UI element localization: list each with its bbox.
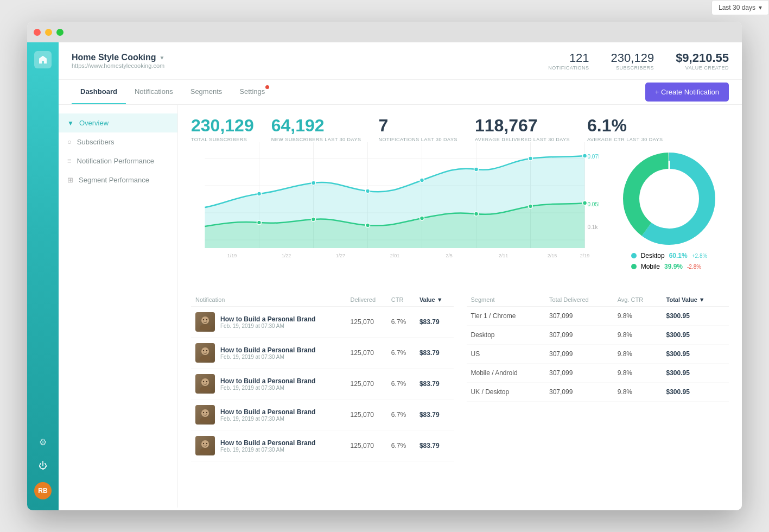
- svg-point-13: [312, 181, 316, 185]
- subscribers-value: 230,129: [611, 51, 654, 65]
- notif-value-2: $83.79: [415, 369, 454, 400]
- notif-value-1: $83.79: [415, 338, 454, 369]
- col-total-value[interactable]: Total Value ▼: [662, 293, 729, 307]
- col-total-delivered: Total Delivered: [545, 293, 613, 307]
- svg-text:0.07k: 0.07k: [588, 154, 599, 160]
- minimize-button[interactable]: [45, 29, 52, 36]
- metric-notifications: 7 NOTIFICATIONS LAST 30 DAYS: [378, 116, 457, 142]
- tab-segments[interactable]: Segments: [182, 80, 231, 104]
- svg-text:1/22: 1/22: [282, 253, 291, 258]
- notif-title-2: How to Build a Personal Brand: [220, 377, 315, 385]
- mobile-legend-dot: [631, 264, 637, 269]
- notif-ctr-1: 6.7%: [387, 338, 415, 369]
- metric-new-subscribers: 64,192 NEW SUBSCRIBERS LAST 30 DAYS: [271, 116, 361, 142]
- nav-subscribers[interactable]: ○ Subscribers: [59, 132, 177, 151]
- seg-name-4: UK / Desktop: [467, 383, 545, 402]
- seg-delivered-2: 307,099: [545, 345, 613, 364]
- svg-point-21: [366, 223, 370, 227]
- maximize-button[interactable]: [56, 29, 63, 36]
- svg-point-24: [529, 204, 533, 208]
- segment-row: Desktop 307,099 9.8% $300.95: [467, 326, 729, 345]
- brand-name[interactable]: Home Style Cooking ▼: [72, 53, 164, 62]
- brand-info: Home Style Cooking ▼ https://www.homesty…: [72, 53, 164, 69]
- value-created-label: VALUE CREATED: [676, 65, 729, 71]
- seg-ctr-3: 9.8%: [613, 364, 662, 383]
- notif-date-1: Feb. 19, 2019 at 07:30 AM: [220, 354, 315, 360]
- svg-text:2/01: 2/01: [390, 253, 400, 258]
- subscribers-label: SUBSCRIBERS: [611, 65, 654, 71]
- notif-thumb-3: [195, 405, 215, 425]
- seg-name-1: Desktop: [467, 326, 545, 345]
- svg-point-23: [474, 212, 479, 216]
- tab-notifications[interactable]: Notifications: [126, 80, 182, 104]
- notif-delivered-1: 125,070: [346, 338, 387, 369]
- mobile-legend: Mobile 39.9% -2.8%: [631, 263, 708, 270]
- seg-delivered-1: 307,099: [545, 326, 613, 345]
- notif-date-0: Feb. 19, 2019 at 07:30 AM: [220, 323, 315, 329]
- notif-ctr-3: 6.7%: [387, 400, 415, 430]
- notifications-count-value: 7: [378, 116, 457, 136]
- new-subscribers-value: 64,192: [271, 116, 361, 136]
- mobile-legend-label: Mobile: [641, 263, 660, 270]
- nav-segment-performance[interactable]: ⊞ Segment Performance: [59, 170, 177, 189]
- svg-point-17: [529, 156, 533, 161]
- notification-row: How to Build a Personal Brand Feb. 19, 2…: [191, 307, 454, 338]
- svg-point-48: [203, 350, 204, 351]
- stat-value-created: $9,210.55 VALUE CREATED: [676, 51, 729, 71]
- app-logo[interactable]: [34, 51, 52, 68]
- notification-row: How to Build a Personal Brand Feb. 19, 2…: [191, 430, 454, 461]
- svg-text:0.1k: 0.1k: [588, 224, 599, 230]
- seg-value-0: $300.95: [662, 307, 729, 326]
- svg-point-18: [583, 154, 587, 158]
- nav-notification-performance[interactable]: ≡ Notification Performance: [59, 151, 177, 170]
- donut-svg: [620, 150, 718, 248]
- segments-table: Segment Total Delivered Avg. CTR Total V…: [467, 293, 729, 461]
- notif-delivered-3: 125,070: [346, 400, 387, 430]
- seg-value-3: $300.95: [662, 364, 729, 383]
- brand-name-text: Home Style Cooking: [72, 53, 156, 62]
- notification-row: How to Build a Personal Brand Feb. 19, 2…: [191, 400, 454, 430]
- nav-overview[interactable]: ▼ Overview: [59, 113, 177, 132]
- sidebar: ⚙ ⏻ RB: [27, 42, 59, 510]
- segment-row: UK / Desktop 307,099 9.8% $300.95: [467, 383, 729, 402]
- col-notification: Notification: [191, 293, 346, 307]
- svg-point-46: [201, 347, 209, 355]
- tables-section: Notification Delivered CTR Value ▼: [191, 293, 729, 461]
- new-subscribers-label: NEW SUBSCRIBERS LAST 30 DAYS: [271, 137, 361, 142]
- segment-perf-icon: ⊞: [67, 176, 73, 184]
- power-icon[interactable]: ⏻: [35, 458, 50, 473]
- svg-point-50: [201, 378, 209, 386]
- metrics-header: 230,129 TOTAL SUBSCRIBERS 64,192 NEW SUB…: [191, 116, 729, 142]
- svg-point-54: [201, 409, 209, 417]
- notif-thumb-4: [195, 436, 215, 455]
- close-button[interactable]: [34, 29, 41, 36]
- avg-delivered-label: AVERAGE DELIVERED LAST 30 DAYS: [475, 137, 570, 142]
- svg-point-20: [312, 217, 316, 221]
- brand-dropdown-arrow[interactable]: ▼: [160, 55, 165, 61]
- notif-ctr-2: 6.7%: [387, 369, 415, 400]
- svg-point-51: [200, 386, 211, 392]
- col-value[interactable]: Value ▼: [415, 293, 454, 307]
- tab-dashboard[interactable]: Dashboard: [72, 80, 126, 104]
- notif-title-3: How to Build a Personal Brand: [220, 408, 315, 416]
- seg-value-1: $300.95: [662, 326, 729, 345]
- settings-icon[interactable]: ⚙: [35, 434, 50, 449]
- svg-text:2/5: 2/5: [446, 253, 453, 258]
- value-created-value: $9,210.55: [676, 51, 729, 65]
- avg-ctr-label: AVERAGE CTR LAST 30 DAYS: [587, 137, 663, 142]
- svg-point-55: [200, 417, 211, 423]
- svg-point-47: [200, 355, 211, 361]
- notif-cell-0: How to Build a Personal Brand Feb. 19, 2…: [191, 307, 346, 338]
- notifications-value: 121: [548, 51, 589, 65]
- notif-date-2: Feb. 19, 2019 at 07:30 AM: [220, 385, 315, 391]
- create-notification-button[interactable]: + Create Notification: [645, 83, 729, 102]
- overview-icon: ▼: [67, 119, 74, 127]
- svg-point-15: [420, 178, 424, 182]
- svg-point-42: [201, 316, 209, 324]
- avatar[interactable]: RB: [34, 482, 52, 499]
- tab-settings[interactable]: Settings: [231, 80, 274, 104]
- desktop-change: +2.8%: [692, 253, 708, 259]
- notif-delivered-4: 125,070: [346, 430, 387, 461]
- notif-ctr-4: 6.7%: [387, 430, 415, 461]
- svg-point-58: [201, 440, 209, 448]
